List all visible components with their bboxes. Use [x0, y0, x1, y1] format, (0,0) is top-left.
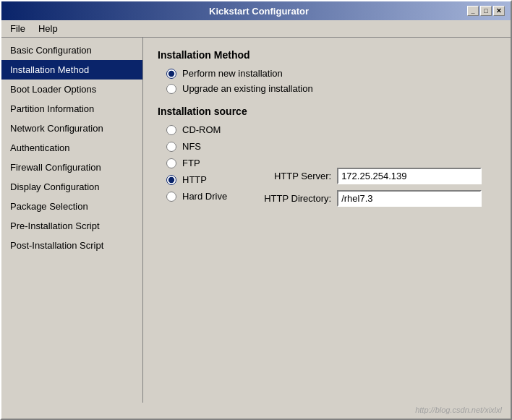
radio-perform-input[interactable]	[166, 69, 176, 79]
window-title: Kickstart Configurator	[51, 6, 467, 17]
sidebar: Basic Configuration Installation Method …	[1, 38, 143, 403]
radio-upgrade[interactable]: Upgrade an existing installation	[166, 83, 496, 94]
sidebar-item-firewall-configuration[interactable]: Firewall Configuration	[1, 158, 142, 177]
sidebar-item-pre-installation-script[interactable]: Pre-Installation Script	[1, 216, 142, 236]
radio-ftp-input[interactable]	[166, 158, 176, 168]
http-directory-input[interactable]	[337, 190, 482, 207]
http-server-input[interactable]	[337, 168, 482, 184]
radio-harddrive-input[interactable]	[166, 192, 176, 202]
sidebar-item-basic-configuration[interactable]: Basic Configuration	[1, 40, 142, 60]
radio-harddrive[interactable]: Hard Drive	[166, 191, 227, 202]
radio-ftp-label: FTP	[182, 158, 200, 168]
radio-upgrade-input[interactable]	[166, 84, 176, 94]
radio-cdrom[interactable]: CD-ROM	[166, 124, 227, 135]
radio-perform-new[interactable]: Perform new installation	[166, 68, 496, 79]
radio-harddrive-label: Hard Drive	[182, 191, 227, 202]
radio-perform-label: Perform new installation	[182, 68, 283, 79]
watermark: http://blog.csdn.net/xixlxl	[1, 403, 511, 419]
radio-nfs[interactable]: NFS	[166, 141, 227, 152]
http-server-label: HTTP Server:	[244, 171, 331, 181]
radio-http[interactable]: HTTP	[166, 174, 227, 185]
radio-ftp[interactable]: FTP	[166, 158, 227, 168]
radio-cdrom-input[interactable]	[166, 125, 176, 135]
http-server-row: HTTP Server:	[244, 168, 482, 184]
source-layout: CD-ROM NFS FTP HTTP	[158, 124, 496, 207]
close-button[interactable]: ✕	[493, 6, 505, 16]
radio-nfs-label: NFS	[182, 141, 201, 152]
sidebar-item-partition-information[interactable]: Partition Information	[1, 99, 142, 119]
maximize-button[interactable]: □	[480, 6, 492, 16]
source-radio-group: CD-ROM NFS FTP HTTP	[166, 124, 227, 207]
http-fields: HTTP Server: HTTP Directory:	[244, 168, 482, 207]
menu-help[interactable]: Help	[33, 22, 64, 35]
content-area: Basic Configuration Installation Method …	[1, 38, 511, 403]
sidebar-item-authentication[interactable]: Authentication	[1, 138, 142, 158]
sidebar-item-display-configuration[interactable]: Display Configuration	[1, 177, 142, 197]
http-directory-label: HTTP Directory:	[244, 193, 331, 204]
sidebar-item-network-configuration[interactable]: Network Configuration	[1, 119, 142, 138]
sidebar-item-boot-loader-options[interactable]: Boot Loader Options	[1, 80, 142, 99]
install-type-group: Perform new installation Upgrade an exis…	[166, 68, 496, 94]
radio-upgrade-label: Upgrade an existing installation	[182, 83, 313, 94]
radio-http-input[interactable]	[166, 175, 176, 185]
installation-source-section: Installation source CD-ROM NFS	[158, 106, 496, 207]
title-bar-buttons: _ □ ✕	[467, 6, 505, 16]
menu-bar: File Help	[1, 20, 511, 38]
sidebar-item-installation-method[interactable]: Installation Method	[1, 60, 142, 80]
sidebar-item-package-selection[interactable]: Package Selection	[1, 197, 142, 216]
main-panel: Installation Method Perform new installa…	[143, 38, 511, 403]
minimize-button[interactable]: _	[467, 6, 479, 16]
installation-source-title: Installation source	[158, 106, 496, 117]
http-directory-row: HTTP Directory:	[244, 190, 482, 207]
radio-cdrom-label: CD-ROM	[182, 124, 221, 135]
menu-file[interactable]: File	[4, 22, 31, 35]
installation-method-title: Installation Method	[158, 49, 496, 61]
radio-http-label: HTTP	[182, 174, 207, 185]
title-bar: Kickstart Configurator _ □ ✕	[1, 1, 511, 20]
sidebar-item-post-installation-script[interactable]: Post-Installation Script	[1, 236, 142, 255]
radio-nfs-input[interactable]	[166, 142, 176, 152]
